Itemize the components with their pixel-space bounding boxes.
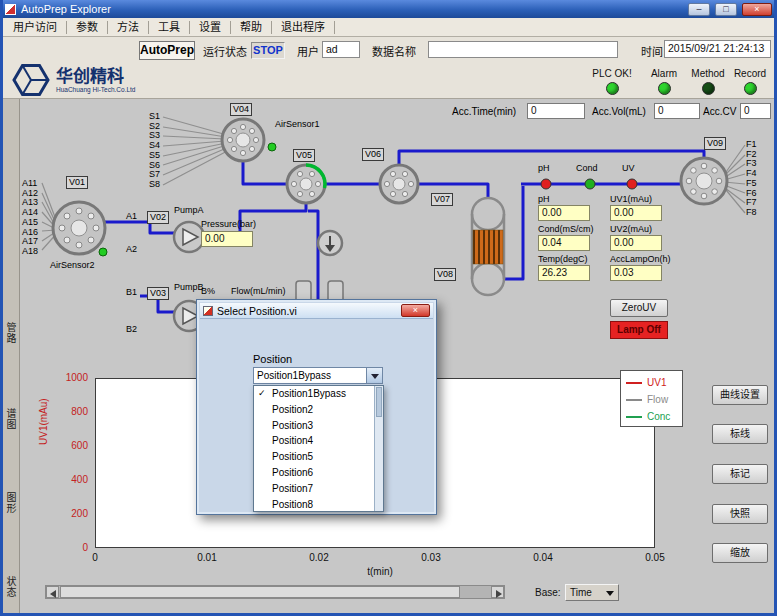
scroll-left-icon[interactable] xyxy=(46,586,59,598)
option-label: Position5 xyxy=(272,451,313,462)
valve-v01-body[interactable] xyxy=(53,202,105,254)
option-position2[interactable]: Position2 xyxy=(254,402,383,418)
y-tick: 800 xyxy=(52,406,88,417)
valve-v06-label[interactable]: V06 xyxy=(362,148,384,161)
time-label: 时间 xyxy=(641,43,663,59)
valve-v08-label[interactable]: V08 xyxy=(434,268,456,281)
chart-legend: UV1 Flow Conc xyxy=(620,370,683,427)
pump-a-body[interactable] xyxy=(174,222,204,252)
option-label: Position6 xyxy=(272,467,313,478)
list-scrollbar[interactable] xyxy=(374,386,383,511)
menu-item-tools[interactable]: 工具 xyxy=(149,21,190,34)
dialog-title: Select Position.vi xyxy=(217,305,297,317)
menu-item-user-access[interactable]: 用户访问 xyxy=(4,21,67,34)
x-tick: 0.01 xyxy=(187,552,227,563)
brand-name-en: HuaChuang Hi-Tech.Co.Ltd xyxy=(56,86,136,93)
menu-item-exit[interactable]: 退出程序 xyxy=(272,21,335,34)
data-name-field[interactable] xyxy=(428,41,618,58)
option-position6[interactable]: Position6 xyxy=(254,465,383,481)
port-label: F8 xyxy=(746,208,757,218)
flow-label: Flow(mL/min) xyxy=(231,286,286,296)
valve-v04-body[interactable] xyxy=(222,119,264,161)
menu-item-settings[interactable]: 设置 xyxy=(190,21,231,34)
valve-v09-body[interactable] xyxy=(681,158,727,204)
x-tick: 0.03 xyxy=(411,552,451,563)
cond-reading-field: 0.04 xyxy=(538,235,590,251)
list-scrollbar-thumb[interactable] xyxy=(376,387,382,417)
acc-vol-label: Acc.Vol(mL) xyxy=(592,106,646,117)
alarm-indicator-label: Alarm xyxy=(651,68,677,79)
valve-v02-label[interactable]: V02 xyxy=(147,211,169,224)
dialog-title-bar[interactable]: Select Position.vi × xyxy=(200,303,433,319)
side-tab-pipeline[interactable]: 管路 xyxy=(3,322,18,344)
plc-indicator-label: PLC OK! xyxy=(592,68,631,79)
mark-button[interactable]: 标记 xyxy=(712,464,768,484)
valve-v09-label[interactable]: V09 xyxy=(704,137,726,150)
snapshot-button[interactable]: 快照 xyxy=(712,504,768,524)
vi-icon xyxy=(203,306,213,316)
dropdown-arrow-icon[interactable] xyxy=(366,368,382,383)
base-label: Base: xyxy=(535,587,561,598)
user-field[interactable]: ad xyxy=(322,41,360,58)
valve-v04-label[interactable]: V04 xyxy=(230,103,252,116)
option-position1bypass[interactable]: ✓ Position1Bypass xyxy=(254,386,383,402)
valve-v05-body[interactable] xyxy=(287,165,325,203)
y-tick: 200 xyxy=(52,508,88,519)
pump-a-label: PumpA xyxy=(174,205,204,215)
menu-item-params[interactable]: 参数 xyxy=(67,21,108,34)
x-tick: 0.05 xyxy=(635,552,675,563)
scroll-right-icon[interactable] xyxy=(491,586,504,598)
base-dropdown[interactable]: Time xyxy=(565,584,619,601)
column-body[interactable] xyxy=(472,198,504,295)
position-option-list: ✓ Position1Bypass Position2 Position3 Po… xyxy=(253,385,384,512)
record-indicator: Record xyxy=(724,68,776,95)
zoom-button[interactable]: 缩放 xyxy=(712,543,768,563)
dropdown-arrow-icon xyxy=(606,591,614,596)
lamp-off-button[interactable]: Lamp Off xyxy=(610,321,668,339)
ph-sensor-dot xyxy=(541,179,551,189)
option-position3[interactable]: Position3 xyxy=(254,418,383,434)
port-label: S8 xyxy=(149,180,160,190)
option-label: Position7 xyxy=(272,483,313,494)
app-icon xyxy=(5,4,16,15)
side-tab-status[interactable]: 状态 xyxy=(3,576,18,598)
option-position5[interactable]: Position5 xyxy=(254,449,383,465)
scrollbar-thumb[interactable] xyxy=(60,586,460,598)
acc-cv-field: 0 xyxy=(740,103,771,119)
menu-item-help[interactable]: 帮助 xyxy=(231,21,272,34)
valve-v07-label[interactable]: V07 xyxy=(431,193,453,206)
horizontal-scrollbar[interactable] xyxy=(45,585,505,599)
title-bar[interactable]: AutoPrep Explorer – □ × xyxy=(0,0,777,18)
valve-v01-label[interactable]: V01 xyxy=(66,176,88,189)
y-tick: 400 xyxy=(52,474,88,485)
dialog-close-button[interactable]: × xyxy=(401,304,430,317)
option-position4[interactable]: Position4 xyxy=(254,433,383,449)
valve-v06-body[interactable] xyxy=(380,165,418,203)
b-percent-label: B% xyxy=(201,286,215,296)
menu-item-method[interactable]: 方法 xyxy=(108,21,149,34)
valve-v03-label[interactable]: V03 xyxy=(147,287,169,300)
left-tab-strip xyxy=(0,99,20,616)
select-position-dialog: Select Position.vi × Position Position1B… xyxy=(196,299,437,515)
minimize-button[interactable]: – xyxy=(688,3,710,16)
time-field: 2015/09/21 21:24:13 xyxy=(664,40,771,58)
close-button[interactable]: × xyxy=(742,3,772,16)
zero-uv-button[interactable]: ZeroUV xyxy=(610,299,668,317)
check-icon: ✓ xyxy=(258,386,269,402)
cond-sensor-dot xyxy=(585,179,595,189)
side-tab-graph[interactable]: 图形 xyxy=(3,492,18,514)
option-position7[interactable]: Position7 xyxy=(254,481,383,497)
marker-line-button[interactable]: 标线 xyxy=(712,424,768,444)
valve-v05-label[interactable]: V05 xyxy=(293,149,315,162)
side-tab-chromatogram[interactable]: 谱图 xyxy=(3,408,18,430)
legend-row: UV1 xyxy=(626,374,677,391)
legend-conc-label: Conc xyxy=(647,411,670,422)
curve-settings-button[interactable]: 曲线设置 xyxy=(712,385,768,405)
user-label: 用户 xyxy=(297,43,319,59)
maximize-button[interactable]: □ xyxy=(715,3,737,16)
base-dropdown-value: Time xyxy=(570,587,592,598)
position-dropdown[interactable]: Position1Bypass xyxy=(253,367,383,384)
airsensor1-led xyxy=(268,143,276,151)
y-tick: 600 xyxy=(52,440,88,451)
option-position8[interactable]: Position8 xyxy=(254,497,383,513)
